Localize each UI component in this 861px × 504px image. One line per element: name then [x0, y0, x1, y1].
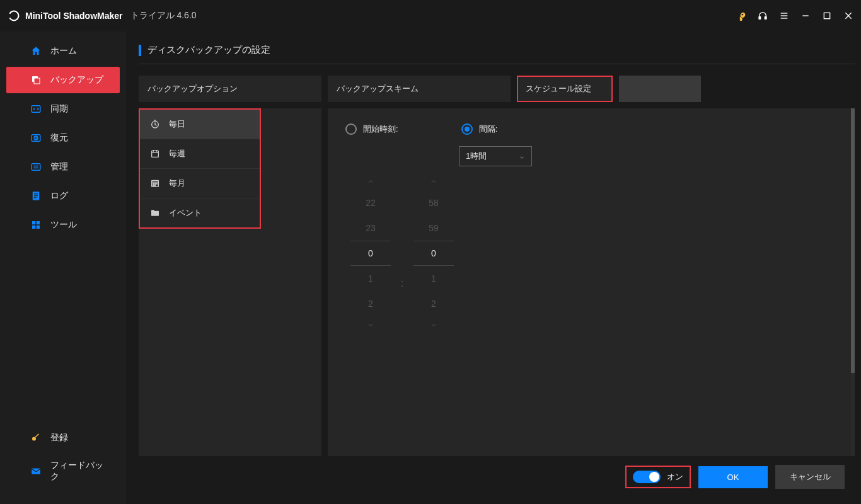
bottom-bar: オン OK キャンセル	[139, 456, 855, 498]
log-icon	[30, 190, 42, 202]
hour-next1[interactable]: 1	[368, 266, 373, 291]
svg-rect-0	[759, 16, 761, 19]
svg-rect-21	[32, 221, 35, 224]
sidebar-item-log[interactable]: ログ	[6, 183, 120, 209]
backup-icon	[30, 74, 42, 86]
schedule-config-panel: 開始時刻: 間隔: 1時間 22	[328, 108, 855, 456]
app-title: MiniTool ShadowMaker	[25, 11, 123, 21]
schedule-event[interactable]: イベント	[140, 198, 260, 227]
hour-prev2[interactable]: 22	[366, 190, 376, 215]
hour-current[interactable]: 0	[350, 241, 391, 266]
cancel-button[interactable]: キャンセル	[775, 465, 845, 489]
svg-point-39	[154, 185, 155, 186]
minute-prev2[interactable]: 58	[429, 190, 439, 215]
hour-column: 22 23 0 1 2	[345, 173, 396, 334]
sidebar-item-label: ホーム	[50, 45, 77, 57]
svg-rect-19	[34, 195, 38, 196]
minute-up-icon[interactable]	[430, 173, 437, 190]
page-title: ディスクバックアップの設定	[147, 44, 270, 56]
radio-label: 間隔:	[479, 123, 498, 135]
schedule-label: 毎月	[169, 178, 185, 189]
minute-current[interactable]: 0	[413, 241, 454, 266]
minute-prev1[interactable]: 59	[429, 215, 439, 241]
sidebar-item-restore[interactable]: 復元	[6, 125, 120, 151]
schedule-label: 毎日	[169, 118, 185, 130]
sidebar-item-label: 復元	[50, 132, 68, 144]
sidebar-item-sync[interactable]: 同期	[6, 96, 120, 122]
schedule-type-list: 毎日 毎週 毎月 イベント	[139, 108, 261, 229]
sidebar-item-label: フィードバック	[50, 460, 110, 483]
hour-prev1[interactable]: 23	[366, 215, 376, 241]
close-icon[interactable]	[843, 11, 853, 21]
sidebar-item-label: 同期	[50, 103, 68, 115]
tab-schedule-settings[interactable]: スケジュール設定	[517, 76, 613, 102]
sidebar-item-manage[interactable]: 管理	[6, 154, 120, 180]
interval-select[interactable]: 1時間	[459, 146, 532, 166]
radio-interval[interactable]: 間隔:	[461, 123, 498, 135]
sidebar-item-tools[interactable]: ツール	[6, 212, 120, 238]
scrollbar-thumb[interactable]	[851, 108, 855, 373]
radio-start-time[interactable]: 開始時刻:	[345, 123, 398, 135]
schedule-label: イベント	[169, 207, 202, 219]
schedule-daily[interactable]: 毎日	[140, 110, 260, 139]
radio-label: 開始時刻:	[363, 123, 398, 135]
schedule-monthly[interactable]: 毎月	[140, 169, 260, 198]
minute-next1[interactable]: 1	[431, 266, 436, 291]
schedule-weekly[interactable]: 毎週	[140, 139, 260, 169]
app-edition: トライアル 4.6.0	[130, 10, 197, 21]
heading-accent-bar	[139, 45, 141, 56]
svg-rect-14	[32, 164, 40, 171]
minute-down-icon[interactable]	[430, 316, 437, 334]
settings-tabs: バックアップオプション バックアップスキーム スケジュール設定	[139, 76, 855, 102]
app-logo-icon	[8, 9, 20, 22]
sidebar-item-label: 登録	[50, 432, 68, 444]
svg-rect-24	[37, 226, 40, 229]
clock-icon	[150, 119, 160, 129]
manage-icon	[30, 161, 42, 173]
svg-point-37	[156, 183, 157, 184]
ok-button[interactable]: OK	[698, 466, 768, 488]
toggle-knob	[649, 472, 659, 482]
minute-next2[interactable]: 2	[431, 291, 436, 316]
svg-point-35	[153, 183, 154, 184]
radio-icon	[345, 123, 357, 135]
restore-icon	[30, 132, 42, 144]
calendar-week-icon	[150, 149, 160, 159]
time-separator: :	[396, 271, 408, 296]
schedule-toggle[interactable]	[633, 471, 661, 483]
sidebar-item-register[interactable]: 登録	[6, 425, 120, 451]
minimize-icon[interactable]	[800, 11, 811, 21]
calendar-month-icon	[150, 178, 160, 188]
schedule-label: 毎週	[169, 148, 185, 159]
menu-icon[interactable]	[779, 11, 789, 21]
sidebar-item-label: バックアップ	[50, 74, 103, 86]
headset-icon[interactable]	[758, 11, 768, 21]
feedback-mail-icon	[30, 466, 42, 477]
svg-rect-29	[152, 151, 159, 157]
interval-value: 1時間	[466, 151, 487, 162]
titlebar: MiniTool ShadowMaker トライアル 4.6.0	[0, 0, 861, 32]
sidebar: ホーム バックアップ 同期 復元 管理 ログ	[0, 32, 126, 504]
time-picker: 22 23 0 1 2 : 58 59 0	[345, 173, 837, 334]
content-area: ディスクバックアップの設定 バックアップオプション バックアップスキーム スケジ…	[126, 32, 861, 504]
sidebar-item-feedback[interactable]: フィードバック	[6, 452, 120, 490]
svg-rect-22	[37, 221, 40, 224]
sidebar-item-home[interactable]: ホーム	[6, 38, 120, 64]
sidebar-item-label: ツール	[50, 219, 77, 231]
tab-placeholder[interactable]	[619, 76, 701, 102]
page-heading: ディスクバックアップの設定	[139, 44, 855, 64]
hour-next2[interactable]: 2	[368, 291, 373, 316]
tab-backup-scheme[interactable]: バックアップスキーム	[328, 76, 511, 102]
hour-down-icon[interactable]	[367, 316, 374, 334]
svg-rect-27	[32, 469, 40, 474]
schedule-type-panel: 毎日 毎週 毎月 イベント	[139, 108, 321, 456]
key-icon[interactable]	[736, 11, 746, 21]
hour-up-icon[interactable]	[367, 173, 374, 190]
svg-rect-20	[34, 197, 37, 198]
folder-icon	[150, 208, 160, 218]
scrollbar-track	[851, 108, 855, 456]
maximize-icon[interactable]	[822, 11, 832, 21]
sidebar-item-backup[interactable]: バックアップ	[6, 67, 120, 93]
sidebar-item-label: ログ	[50, 190, 68, 202]
tab-backup-options[interactable]: バックアップオプション	[139, 76, 321, 102]
